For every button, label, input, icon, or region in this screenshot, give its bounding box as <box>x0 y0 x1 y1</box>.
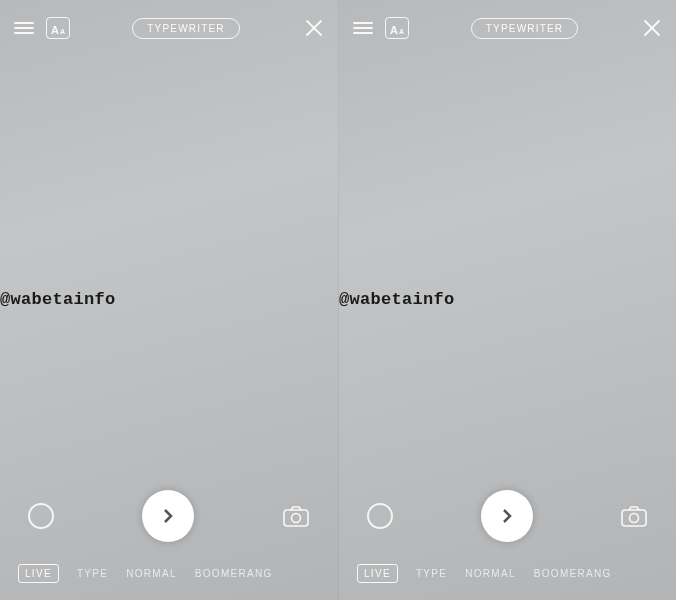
font-size-icon[interactable]: AA <box>385 17 409 39</box>
gallery-button[interactable] <box>367 503 393 529</box>
mode-live[interactable]: LIVE <box>357 564 398 583</box>
capture-mode-strip[interactable]: LIVE TYPE NORMAL BOOMERANG <box>339 560 676 586</box>
font-size-icon[interactable]: AA <box>46 17 70 39</box>
chevron-right-icon <box>497 506 517 526</box>
bottom-controls <box>339 486 676 546</box>
svg-rect-5 <box>284 510 308 526</box>
svg-point-13 <box>630 514 639 523</box>
watermark-text: @wabetainfo <box>0 290 116 309</box>
mode-live[interactable]: LIVE <box>18 564 59 583</box>
story-create-panel-right: AA TYPEWRITER @wabetainfo LIVE TYPE NORM… <box>338 0 676 600</box>
gallery-button[interactable] <box>28 503 54 529</box>
camera-icon[interactable] <box>620 504 648 528</box>
close-icon[interactable] <box>640 16 664 40</box>
mode-boomerang[interactable]: BOOMERANG <box>195 568 273 579</box>
capture-mode-strip[interactable]: LIVE TYPE NORMAL BOOMERANG <box>0 560 338 586</box>
next-button[interactable] <box>481 490 533 542</box>
font-style-button[interactable]: TYPEWRITER <box>132 18 240 39</box>
mode-normal[interactable]: NORMAL <box>126 568 177 579</box>
svg-point-6 <box>292 514 301 523</box>
top-bar: AA TYPEWRITER <box>0 10 338 46</box>
top-bar: AA TYPEWRITER <box>339 10 676 46</box>
menu-icon[interactable] <box>12 16 36 40</box>
story-create-panel-left: AA TYPEWRITER @wabetainfo LIVE TYPE NORM… <box>0 0 338 600</box>
mode-type[interactable]: TYPE <box>77 568 108 579</box>
mode-boomerang[interactable]: BOOMERANG <box>534 568 612 579</box>
mode-normal[interactable]: NORMAL <box>465 568 516 579</box>
svg-rect-12 <box>622 510 646 526</box>
camera-icon[interactable] <box>282 504 310 528</box>
watermark-text: @wabetainfo <box>339 290 455 309</box>
bottom-controls <box>0 486 338 546</box>
font-style-button[interactable]: TYPEWRITER <box>471 18 579 39</box>
next-button[interactable] <box>142 490 194 542</box>
menu-icon[interactable] <box>351 16 375 40</box>
mode-type[interactable]: TYPE <box>416 568 447 579</box>
close-icon[interactable] <box>302 16 326 40</box>
chevron-right-icon <box>158 506 178 526</box>
